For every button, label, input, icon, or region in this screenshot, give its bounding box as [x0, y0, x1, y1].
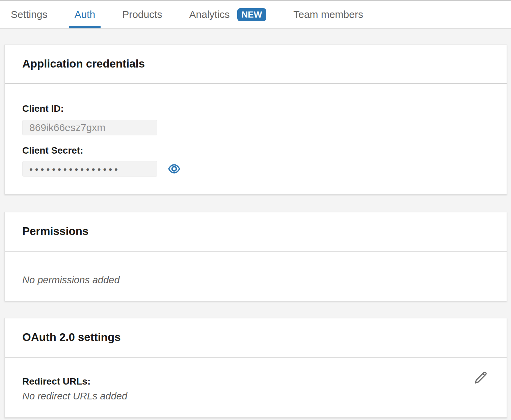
permissions-empty-text: No permissions added [22, 274, 489, 286]
card-title: OAuth 2.0 settings [22, 331, 489, 344]
tab-analytics[interactable]: Analytics NEW [184, 1, 272, 28]
tab-settings[interactable]: Settings [5, 1, 53, 28]
client-id-field[interactable]: 869ik66esz7gxm [22, 120, 157, 135]
card-body: No permissions added [5, 252, 507, 301]
tab-products[interactable]: Products [117, 1, 167, 28]
card-header: Application credentials [5, 45, 507, 84]
client-secret-label: Client Secret: [22, 145, 489, 156]
tab-label: Products [122, 9, 162, 20]
oauth-settings-card: OAuth 2.0 settings Redirect URLs: No red… [4, 318, 507, 418]
redirect-urls-label: Redirect URLs: [22, 376, 489, 387]
client-id-label: Client ID: [22, 103, 489, 114]
pencil-icon [472, 381, 488, 386]
tab-bar: Settings Auth Products Analytics NEW Tea… [0, 0, 511, 29]
redirect-urls-empty-text: No redirect URLs added [22, 390, 489, 402]
tab-label: Analytics [189, 9, 230, 20]
permissions-card: Permissions No permissions added [4, 212, 507, 301]
client-secret-row: •••••••••••••••• [22, 161, 489, 177]
application-credentials-card: Application credentials Client ID: 869ik… [4, 45, 507, 194]
tab-auth[interactable]: Auth [69, 1, 101, 28]
card-title: Application credentials [22, 57, 489, 71]
card-header: OAuth 2.0 settings [5, 318, 507, 358]
card-header: Permissions [5, 212, 507, 252]
edit-redirect-urls-button[interactable] [472, 369, 488, 385]
tab-label: Settings [11, 9, 47, 20]
card-body: Client ID: 869ik66esz7gxm Client Secret:… [5, 84, 507, 194]
tab-label: Team members [293, 9, 363, 20]
card-body: Redirect URLs: No redirect URLs added [5, 358, 507, 417]
eye-icon [168, 170, 180, 175]
tab-label: Auth [74, 9, 95, 20]
tab-team-members[interactable]: Team members [288, 1, 369, 28]
card-title: Permissions [22, 225, 489, 238]
client-secret-field[interactable]: •••••••••••••••• [22, 161, 157, 177]
new-badge: NEW [237, 8, 267, 21]
reveal-secret-button[interactable] [168, 164, 180, 174]
